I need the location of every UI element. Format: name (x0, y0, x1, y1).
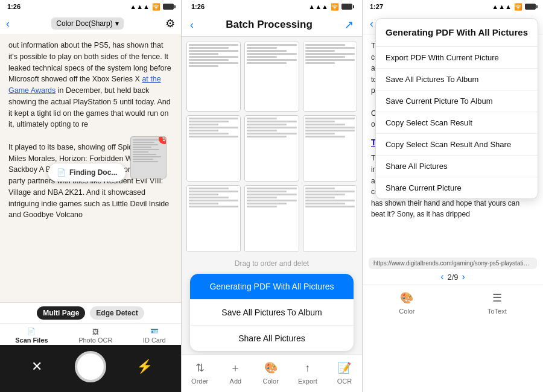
page-thumb-3[interactable] (303, 42, 357, 112)
page-number: 2/9 (447, 273, 458, 282)
panel-reader: 1:27 ▲▲▲ 🛜 ‹ ↺ ↗ The PS5 launch event wa… (362, 0, 543, 392)
export-icon: ↑ (300, 360, 316, 376)
edge-detect-button[interactable]: Edge Detect (90, 306, 144, 320)
dropdown-item-4[interactable]: Copy Select Scan Result (376, 112, 538, 134)
save-pictures-item[interactable]: Save All Pictures To Album (190, 300, 354, 326)
add-icon: ＋ (227, 360, 243, 376)
signal-icon-2: ▲▲▲ (308, 3, 328, 10)
totext-button[interactable]: ☰ ToText (487, 290, 507, 315)
dropdown-item-0[interactable]: Generating PDF With All Pictures (376, 19, 538, 47)
page-thumb-7[interactable] (186, 185, 241, 252)
scan-thumbnail[interactable]: 9 (130, 136, 167, 179)
id-card-icon: 🪪 (150, 327, 159, 335)
generating-pdf-item[interactable]: Generating PDF With All Pictures (190, 274, 354, 300)
dropdown-item-5[interactable]: Copy Select Scan Result And Share (376, 134, 538, 156)
status-bar-2: 1:26 ▲▲▲ 🛜 (182, 0, 362, 13)
share-all-item[interactable]: Share All Pictures (190, 326, 354, 351)
batch-title: Batch Processing (226, 19, 313, 31)
status-time-3: 1:27 (370, 3, 383, 10)
batch-bottom-toolbar: ⇅ Order ＋ Add 🎨 Color ↑ Export 📝 OCR (182, 355, 362, 392)
next-page-button[interactable]: › (462, 271, 465, 282)
dropdown-item-1[interactable]: Export PDF With Current Picture (376, 47, 538, 69)
status-bar-1: 1:26 ▲▲▲ 🛜 (0, 0, 181, 13)
color-icon-3: 🎨 (399, 290, 414, 306)
page-thumb-4[interactable] (186, 115, 241, 182)
share-button-2[interactable]: ↗ (345, 18, 354, 31)
back-button-3[interactable]: ‹ (370, 17, 373, 30)
battery-icon-3 (525, 4, 536, 10)
url-bar: https://www.digitaltrends.com/gaming/son… (369, 258, 537, 269)
chevron-down-icon: ▾ (115, 19, 119, 28)
page-thumb-1[interactable] (186, 42, 241, 112)
battery-icon (163, 4, 174, 10)
scan-tab-bar: 📄 Scan Files 🖼 Photo OCR 🪪 ID Card (0, 323, 181, 345)
wifi-icon-3: 🛜 (514, 3, 522, 11)
dropdown-item-2[interactable]: Save All Pictures To Album (376, 69, 538, 90)
reader-bottom-toolbar: 🎨 Color ☰ ToText (363, 285, 543, 323)
doc-icon: 📄 (57, 167, 66, 178)
status-icons-3: ▲▲▲ 🛜 (492, 3, 536, 11)
color-icon-2: 🎨 (263, 360, 279, 376)
camera-bar: ✕ ⚡ (0, 345, 181, 392)
batch-action-popup: Generating PDF With All Pictures Save Al… (190, 274, 354, 351)
shutter-button[interactable] (75, 351, 106, 382)
add-button[interactable]: ＋ Add (227, 360, 243, 385)
ocr-icon: 📝 (337, 360, 352, 376)
doc-type-selector[interactable]: Color Doc(Sharp) ▾ (51, 17, 123, 30)
close-button[interactable]: ✕ (26, 356, 48, 378)
status-icons-2: ▲▲▲ 🛜 (308, 3, 352, 11)
page-counter: ‹ 2/9 › (363, 269, 543, 285)
order-button[interactable]: ⇅ Order (191, 360, 208, 385)
dropdown-item-7[interactable]: Share Current Picture (376, 177, 538, 198)
drag-hint: Drag to order and delet (182, 257, 362, 270)
page-thumb-6[interactable] (303, 115, 357, 182)
panel-scanner: 1:26 ▲▲▲ 🛜 ‹ Color Doc(Sharp) ▾ ⚙ out in… (0, 0, 181, 392)
color-button-3[interactable]: 🎨 Color (399, 290, 414, 315)
back-icon[interactable]: ‹ (6, 17, 10, 30)
wifi-icon: 🛜 (152, 3, 160, 11)
flash-icon[interactable]: ⚡ (133, 356, 155, 378)
status-bar-3: 1:27 ▲▲▲ 🛜 (363, 0, 543, 13)
scan-files-tab[interactable]: 📄 Scan Files (15, 327, 48, 344)
prev-page-button[interactable]: ‹ (440, 271, 443, 282)
order-icon: ⇅ (192, 360, 208, 376)
document-content: out information about the PS5, has shown… (0, 34, 181, 302)
signal-icon-3: ▲▲▲ (492, 3, 512, 10)
page-thumb-5[interactable] (244, 115, 299, 182)
id-card-tab[interactable]: 🪪 ID Card (143, 327, 166, 344)
multi-page-button[interactable]: Multi Page (37, 306, 85, 320)
signal-icon: ▲▲▲ (130, 3, 150, 10)
scan-files-icon: 📄 (27, 327, 36, 335)
battery-icon-2 (341, 4, 352, 10)
page-thumb-8[interactable] (244, 185, 299, 252)
doc-type-label: Color Doc(Sharp) (56, 19, 112, 28)
panel-batch: 1:26 ▲▲▲ 🛜 ‹ Batch Processing ↗ (181, 0, 362, 392)
doc-paragraph-1: out information about the PS5, has shown… (8, 40, 173, 130)
share-dropdown: Generating PDF With All Pictures Export … (375, 18, 538, 199)
status-time-1: 1:26 (7, 3, 21, 10)
ocr-button[interactable]: 📝 OCR (337, 360, 352, 385)
batch-nav-bar: ‹ Batch Processing ↗ (182, 13, 362, 37)
export-button[interactable]: ↑ Export (298, 360, 317, 385)
status-time-2: 1:26 (191, 3, 205, 10)
mode-bar: Multi Page Edge Detect (0, 302, 181, 323)
wifi-icon-2: 🛜 (331, 3, 339, 11)
status-icons-1: ▲▲▲ 🛜 (130, 3, 174, 11)
page-thumb-2[interactable] (244, 42, 299, 112)
totext-icon: ☰ (489, 290, 505, 306)
scanner-toolbar: ‹ Color Doc(Sharp) ▾ ⚙ (0, 13, 181, 34)
settings-icon[interactable]: ⚙ (165, 17, 175, 30)
photo-ocr-tab[interactable]: 🖼 Photo OCR (78, 328, 112, 344)
dropdown-item-6[interactable]: Share All Pictures (376, 156, 538, 177)
batch-doc-grid (182, 37, 362, 257)
back-button-2[interactable]: ‹ (190, 19, 194, 31)
finding-doc-badge: 📄 Finding Doc... (48, 163, 125, 182)
color-button-2[interactable]: 🎨 Color (263, 360, 279, 385)
photo-ocr-icon: 🖼 (92, 328, 99, 335)
page-thumb-9[interactable] (303, 185, 357, 252)
dropdown-item-3[interactable]: Save Current Picture To Album (376, 90, 538, 112)
